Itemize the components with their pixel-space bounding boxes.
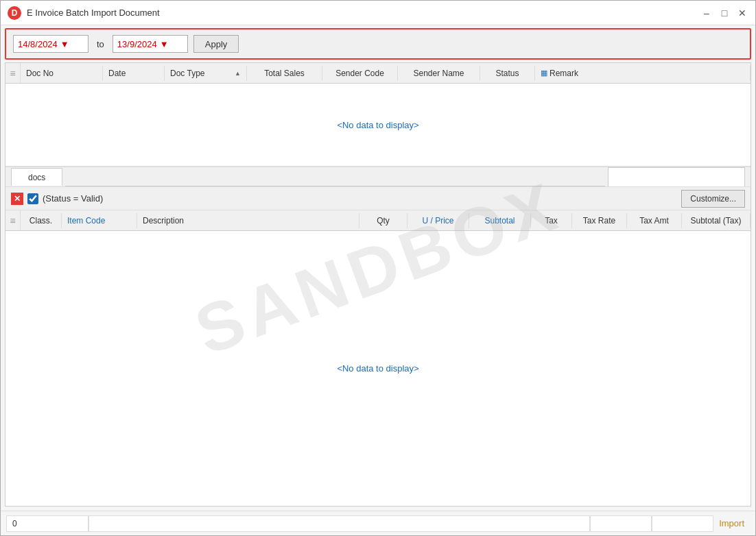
bottom-table-header: ≡ Class. Item Code Description Qty U / P… <box>5 210 751 231</box>
footer-empty-cell-1 <box>88 515 590 532</box>
filter-remove-button[interactable]: ✕ <box>11 193 23 205</box>
col-status: Status <box>480 66 535 81</box>
col-doc-no: Doc No <box>21 66 103 81</box>
col-remark: ▦ Remark <box>535 66 751 81</box>
filter-bar: ✕ (Status = Valid) Customize... <box>5 187 751 210</box>
col-subtotal: Subtotal <box>469 213 531 228</box>
date-to-chevron-icon: ▼ <box>160 39 169 49</box>
footer-bar: 0 Import <box>1 511 755 535</box>
to-label: to <box>94 39 107 49</box>
bottom-table-no-data: <No data to display> <box>5 231 751 506</box>
filter-label: (Status = Valid) <box>43 193 103 204</box>
col-doc-type[interactable]: Doc Type ▲ <box>165 66 247 81</box>
footer-cells: 0 <box>6 515 713 532</box>
title-bar-left: D E Invoice Batch Import Document <box>8 6 160 20</box>
filter-checkbox[interactable] <box>27 193 38 204</box>
maximize-button[interactable]: □ <box>718 7 731 19</box>
footer-qty-cell: 0 <box>6 515 88 532</box>
apply-button[interactable]: Apply <box>193 35 239 53</box>
col-sender-name: Sender Name <box>398 66 480 81</box>
top-table-header: ≡ Doc No Date Doc Type ▲ Total Sales Sen… <box>5 63 751 84</box>
col-tax-rate: Tax Rate <box>572 213 627 228</box>
col-total-sales: Total Sales <box>247 66 322 81</box>
date-to-input[interactable]: 13/9/2024 ▼ <box>113 35 188 53</box>
col-date: Date <box>103 66 165 81</box>
import-button[interactable]: Import <box>713 518 750 528</box>
minimize-button[interactable]: – <box>700 7 713 19</box>
col-class: Class. <box>21 213 62 228</box>
date-from-value: 14/8/2024 <box>18 39 58 49</box>
bottom-table-section: ≡ Class. Item Code Description Qty U / P… <box>5 210 751 506</box>
col-tax-amt: Tax Amt <box>627 213 682 228</box>
col-subtotal-tax: Subtotal (Tax) <box>682 213 751 228</box>
close-button[interactable]: ✕ <box>736 7 748 19</box>
docs-tab[interactable]: docs <box>11 168 62 186</box>
footer-empty-cell-2 <box>590 515 652 532</box>
col-qty: Qty <box>359 213 407 228</box>
bottom-column-grip-icon: ≡ <box>5 210 21 230</box>
top-table-section: ≡ Doc No Date Doc Type ▲ Total Sales Sen… <box>5 63 751 167</box>
date-from-input[interactable]: 14/8/2024 ▼ <box>13 35 88 53</box>
col-u-price: U / Price <box>407 213 469 228</box>
tab-bar: docs <box>5 167 751 187</box>
col-tax: Tax <box>531 213 572 228</box>
main-content: ≡ Doc No Date Doc Type ▲ Total Sales Sen… <box>5 62 751 507</box>
customize-button[interactable]: Customize... <box>681 190 745 208</box>
column-grip-icon: ≡ <box>5 63 21 83</box>
toolbar: 14/8/2024 ▼ to 13/9/2024 ▼ Apply <box>5 28 751 60</box>
date-to-value: 13/9/2024 <box>117 39 157 49</box>
main-window: D E Invoice Batch Import Document – □ ✕ … <box>0 0 756 536</box>
sort-icon: ▲ <box>235 70 241 77</box>
col-sender-code: Sender Code <box>322 66 398 81</box>
col-description: Description <box>137 213 359 228</box>
filter-icon: ▦ <box>541 69 547 77</box>
window-controls: – □ ✕ <box>700 7 748 19</box>
title-bar: D E Invoice Batch Import Document – □ ✕ <box>1 1 755 25</box>
app-icon: D <box>8 6 21 20</box>
footer-empty-cell-3 <box>652 515 713 532</box>
col-item-code: Item Code <box>62 213 137 228</box>
window-title: E Invoice Batch Import Document <box>27 8 160 18</box>
top-table-no-data: <No data to display> <box>5 84 751 166</box>
date-from-chevron-icon: ▼ <box>60 39 69 49</box>
